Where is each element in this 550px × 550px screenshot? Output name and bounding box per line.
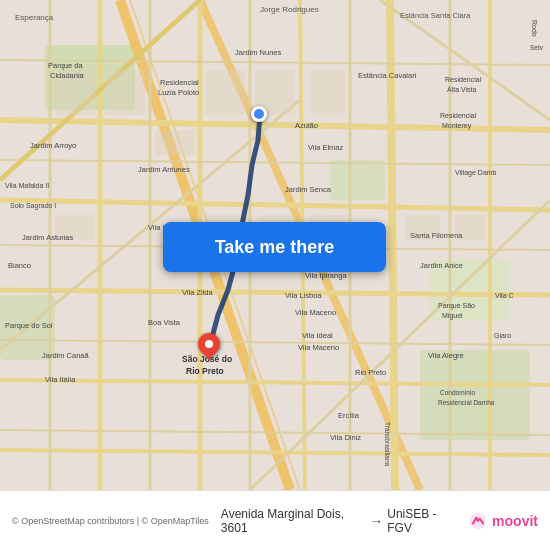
route-info: Avenida Marginal Dois, 3601 → UniSEB - F… [221,507,460,535]
button-label: Take me there [215,237,335,258]
svg-text:Luzia Poloto: Luzia Poloto [158,88,199,97]
svg-text:Jardim Anice: Jardim Anice [420,261,463,270]
svg-text:Parque da: Parque da [48,61,83,70]
svg-text:Setv: Setv [530,44,544,51]
svg-text:Ercília: Ercília [338,411,360,420]
svg-text:Rio Preto: Rio Preto [186,366,224,376]
svg-text:Jardim Nunes: Jardim Nunes [235,48,282,57]
svg-text:Jardim Arroyo: Jardim Arroyo [30,141,76,150]
svg-text:Bianco: Bianco [8,261,31,270]
svg-text:Jardim Senca: Jardim Senca [285,185,332,194]
svg-text:Boa Vista: Boa Vista [148,318,181,327]
svg-text:Vila Alegre: Vila Alegre [428,351,464,360]
svg-rect-38 [310,70,345,115]
svg-text:Vila Maceno: Vila Maceno [295,308,336,317]
svg-text:Estância Santa Clara: Estância Santa Clara [400,11,471,20]
svg-text:Vila Ideal: Vila Ideal [302,331,333,340]
svg-rect-36 [205,70,245,115]
svg-text:Residencial: Residencial [440,112,477,119]
moovit-logo: moovit [468,511,538,531]
svg-rect-5 [330,160,385,200]
origin-label: Avenida Marginal Dois, 3601 [221,507,365,535]
svg-text:Residencial Damha: Residencial Damha [438,399,495,406]
svg-text:Parque do Sol: Parque do Sol [5,321,53,330]
svg-text:Village Damb: Village Damb [455,169,497,177]
svg-text:Vila Itália: Vila Itália [45,375,76,384]
svg-text:Vila C: Vila C [495,292,514,299]
attribution-text: © OpenStreetMap contributors | © OpenMap… [12,516,209,526]
svg-text:Vila Diniz: Vila Diniz [330,433,361,442]
svg-text:Jardim Asturias: Jardim Asturias [22,233,74,242]
svg-text:Solo Sagrado I: Solo Sagrado I [10,202,56,210]
svg-text:Jardim Antunes: Jardim Antunes [138,165,190,174]
svg-text:Vila Mafalda II: Vila Mafalda II [5,182,49,189]
svg-text:Parque São: Parque São [438,302,475,310]
svg-text:Miguel: Miguel [442,312,463,320]
svg-text:Residencial: Residencial [160,78,199,87]
moovit-text: moovit [492,513,538,529]
svg-text:Vila Elmaz: Vila Elmaz [308,143,344,152]
svg-text:Transbrasiliana: Transbrasiliana [384,422,391,467]
svg-rect-35 [155,130,195,155]
svg-text:Rio Preto: Rio Preto [355,368,386,377]
svg-text:Azulão: Azulão [295,121,318,130]
svg-rect-34 [105,70,145,115]
svg-text:Monterey: Monterey [442,122,472,130]
svg-text:Estância Cavalari: Estância Cavalari [358,71,417,80]
svg-text:Vila Maceno: Vila Maceno [298,343,339,352]
svg-text:Vila Ipiranga: Vila Ipiranga [305,271,347,280]
svg-text:Condomínio: Condomínio [440,389,475,396]
svg-text:Jorge Rodrigues: Jorge Rodrigues [260,5,319,14]
svg-text:Jardim Canaã: Jardim Canaã [42,351,90,360]
svg-text:Residencial: Residencial [445,76,482,83]
svg-text:Giaro: Giaro [494,332,511,339]
svg-text:Cidadania: Cidadania [50,71,85,80]
bottom-bar: © OpenStreetMap contributors | © OpenMap… [0,490,550,550]
svg-text:Esperança: Esperança [15,13,54,22]
moovit-icon [468,511,488,531]
svg-text:Vila Lisboa: Vila Lisboa [285,291,322,300]
svg-text:Santa Filomena: Santa Filomena [410,231,463,240]
dest-label: UniSEB - FGV [387,507,460,535]
take-me-there-button[interactable]: Take me there [163,222,386,272]
arrow-icon: → [369,513,383,529]
origin-pin [251,106,267,122]
svg-text:Vila Zilda: Vila Zilda [182,288,214,297]
svg-text:Rodo: Rodo [531,20,538,37]
map-container: Esperança Jorge Rodrigues Estância Santa… [0,0,550,490]
svg-text:Alta Vista: Alta Vista [447,86,477,93]
